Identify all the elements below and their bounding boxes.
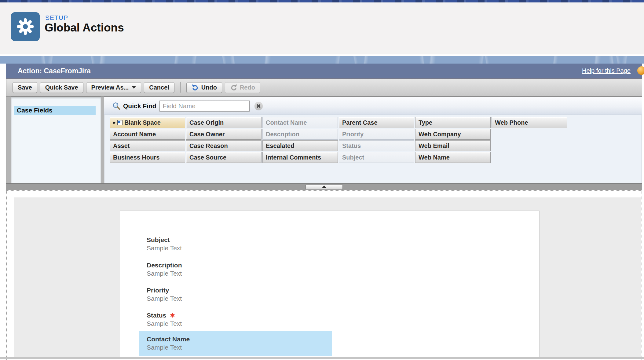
- palette-field-priority: Priority: [339, 129, 414, 140]
- decorative-banner: [0, 56, 644, 64]
- canvas-background: Subject Sample Text Description Sample T…: [14, 197, 641, 358]
- search-icon: [112, 102, 121, 110]
- palette-field-blank-space[interactable]: Blank Space: [110, 117, 185, 128]
- field-sample-text: Sample Text: [147, 320, 182, 327]
- collapse-palette-handle[interactable]: [306, 184, 343, 190]
- field-sample-text: Sample Text: [147, 270, 182, 277]
- setup-header: SETUP Global Actions: [0, 2, 644, 54]
- sidebar-item-case-fields[interactable]: Case Fields: [14, 106, 96, 115]
- palette-field-subject: Subject: [339, 152, 414, 163]
- redo-button: Redo: [225, 82, 260, 93]
- preview-as-button[interactable]: Preview As...: [86, 82, 141, 93]
- palette-field-contact-name: Contact Name: [262, 117, 338, 128]
- palette-column-4: Parent Case Priority Status Subject: [339, 117, 414, 163]
- page: SETUP Global Actions Action: CaseFromJir…: [0, 0, 644, 360]
- redo-icon: [230, 84, 237, 91]
- palette-band: Case Fields Quick Find: [6, 97, 642, 183]
- chevron-up-icon: [322, 186, 327, 188]
- palette-field-parent-case[interactable]: Parent Case: [339, 117, 414, 128]
- editor-toolbar: Save Quick Save Preview As... Cancel Und…: [6, 79, 642, 97]
- canvas-field-subject[interactable]: Subject Sample Text: [147, 236, 182, 252]
- undo-label: Undo: [201, 84, 217, 91]
- selected-field-highlight: Contact Name Sample Text: [139, 331, 332, 356]
- canvas-field-priority[interactable]: Priority Sample Text: [147, 287, 182, 302]
- action-layout-preview: Subject Sample Text Description Sample T…: [120, 211, 540, 358]
- field-sample-text: Sample Text: [147, 244, 182, 252]
- palette-field-escalated[interactable]: Escalated: [262, 140, 338, 151]
- gear-icon: [16, 17, 35, 36]
- palette-grid: Blank Space Account Name Asset Business …: [110, 117, 642, 163]
- undo-button[interactable]: Undo: [186, 82, 222, 93]
- palette-column-5: Type Web Company Web Email Web Name: [415, 117, 491, 163]
- help-for-this-page-link[interactable]: Help for this Page: [582, 67, 631, 74]
- page-title: Global Actions: [45, 21, 124, 34]
- palette-field-case-reason[interactable]: Case Reason: [186, 140, 262, 151]
- field-label: Status: [147, 312, 166, 319]
- toolbar-separator: [180, 82, 181, 93]
- blank-space-icon: [117, 120, 123, 125]
- required-asterisk-icon: ✱: [170, 312, 175, 319]
- field-label: Contact Name: [147, 336, 190, 343]
- help-icon[interactable]: [637, 66, 644, 75]
- undo-icon: [192, 84, 199, 91]
- field-palette: Quick Find Blank Space Account Name Asse…: [104, 97, 642, 183]
- quick-save-button[interactable]: Quick Save: [40, 82, 83, 93]
- bottom-edge: [0, 357, 644, 359]
- category-sidebar: Case Fields: [11, 97, 101, 183]
- canvas-field-contact-name[interactable]: Contact Name Sample Text: [147, 336, 190, 351]
- palette-field-label: Blank Space: [124, 119, 161, 126]
- field-sample-text: Sample Text: [147, 295, 182, 302]
- setup-eyebrow: SETUP: [45, 14, 68, 21]
- cancel-button[interactable]: Cancel: [144, 82, 174, 93]
- quick-find-label: Quick Find: [123, 102, 156, 110]
- palette-column-3: Contact Name Description Escalated Inter…: [262, 117, 338, 163]
- action-title: Action: CaseFromJira: [18, 67, 91, 75]
- clear-search-icon[interactable]: [254, 102, 263, 110]
- action-title-bar: Action: CaseFromJira Help for this Page: [6, 64, 642, 79]
- palette-column-2: Case Origin Case Owner Case Reason Case …: [186, 117, 262, 163]
- palette-field-type[interactable]: Type: [415, 117, 491, 128]
- palette-field-web-name[interactable]: Web Name: [415, 152, 491, 163]
- palette-field-business-hours[interactable]: Business Hours: [110, 152, 185, 163]
- global-nav-strip: [0, 0, 644, 2]
- palette-field-web-phone[interactable]: Web Phone: [492, 117, 567, 128]
- quick-find-input[interactable]: [159, 101, 250, 112]
- setup-gear-tile: [11, 12, 40, 41]
- cursor-arrow-icon: [112, 120, 116, 124]
- palette-field-asset[interactable]: Asset: [110, 140, 185, 151]
- preview-as-label: Preview As...: [91, 84, 129, 91]
- palette-field-description: Description: [262, 129, 338, 140]
- splitter-bar: [6, 183, 642, 190]
- field-label: Priority: [147, 287, 169, 294]
- canvas-field-description[interactable]: Description Sample Text: [147, 262, 182, 277]
- field-sample-text: Sample Text: [147, 344, 190, 351]
- field-label: Description: [147, 262, 182, 269]
- quick-find-bar: Quick Find: [104, 97, 642, 115]
- layout-editor-frame: Action: CaseFromJira Help for this Page …: [6, 64, 642, 360]
- save-button[interactable]: Save: [13, 82, 37, 93]
- layout-canvas: Subject Sample Text Description Sample T…: [6, 190, 642, 360]
- palette-field-web-email[interactable]: Web Email: [415, 140, 491, 151]
- panel-divider: [101, 97, 104, 183]
- palette-field-case-origin[interactable]: Case Origin: [186, 117, 262, 128]
- palette-field-account-name[interactable]: Account Name: [110, 129, 185, 140]
- field-label: Subject: [147, 236, 170, 244]
- redo-label: Redo: [240, 84, 255, 91]
- chevron-down-icon: [132, 86, 136, 89]
- palette-field-web-company[interactable]: Web Company: [415, 129, 491, 140]
- palette-field-case-source[interactable]: Case Source: [186, 152, 262, 163]
- palette-field-status: Status: [339, 140, 414, 151]
- palette-column-6: Web Phone: [492, 117, 567, 163]
- canvas-field-status[interactable]: Status ✱ Sample Text: [147, 312, 182, 327]
- palette-field-case-owner[interactable]: Case Owner: [186, 129, 262, 140]
- palette-field-internal-comments[interactable]: Internal Comments: [262, 152, 338, 163]
- palette-column-1: Blank Space Account Name Asset Business …: [110, 117, 185, 163]
